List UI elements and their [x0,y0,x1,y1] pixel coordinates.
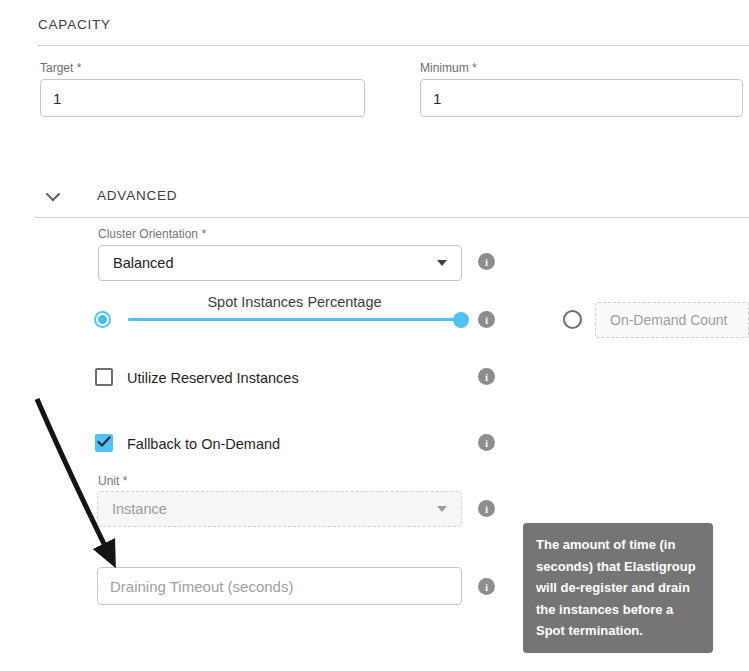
minimum-input[interactable] [420,79,743,117]
fallback-on-demand-label: Fallback to On-Demand [127,436,280,452]
draining-timeout-tooltip: The amount of time (in seconds) that Ela… [523,523,713,653]
on-demand-count-radio[interactable] [563,310,582,329]
utilize-reserved-checkbox[interactable] [95,368,113,386]
fallback-on-demand-checkbox[interactable] [95,434,113,452]
capacity-divider [38,45,749,46]
dropdown-caret-icon [437,506,447,512]
cluster-orientation-info-icon[interactable]: i [478,253,495,270]
unit-select: Instance [97,491,462,527]
advanced-section-title: ADVANCED [97,188,177,203]
spot-percentage-slider-thumb[interactable] [453,312,469,328]
unit-info-icon[interactable]: i [478,500,495,517]
radio-dot [98,315,107,324]
utilize-reserved-label: Utilize Reserved Instances [127,370,299,386]
draining-timeout-info-icon[interactable]: i [478,578,495,595]
dropdown-caret-icon [437,260,447,266]
unit-value: Instance [112,501,437,517]
chevron-down-icon [45,188,61,205]
cluster-orientation-value: Balanced [113,255,437,271]
capacity-section-title: CAPACITY [38,17,111,32]
on-demand-count-input[interactable] [595,302,749,338]
fallback-on-demand-info-icon[interactable]: i [478,434,495,451]
checkmark-icon [97,434,111,452]
advanced-divider [35,217,749,218]
cluster-orientation-select[interactable]: Balanced [98,245,462,281]
minimum-field-label: Minimum * [420,61,477,75]
cluster-orientation-label: Cluster Orientation * [98,227,206,241]
spot-percentage-info-icon[interactable]: i [478,311,495,328]
target-field-label: Target * [40,61,81,75]
unit-label: Unit * [98,474,127,488]
utilize-reserved-info-icon[interactable]: i [478,368,495,385]
spot-percentage-label: Spot Instances Percentage [128,294,461,310]
advanced-collapse-toggle[interactable] [45,188,61,206]
spot-percentage-radio[interactable] [94,311,111,328]
spot-percentage-slider-track[interactable] [128,318,458,321]
target-input[interactable] [40,79,365,117]
draining-timeout-input[interactable] [97,567,462,605]
